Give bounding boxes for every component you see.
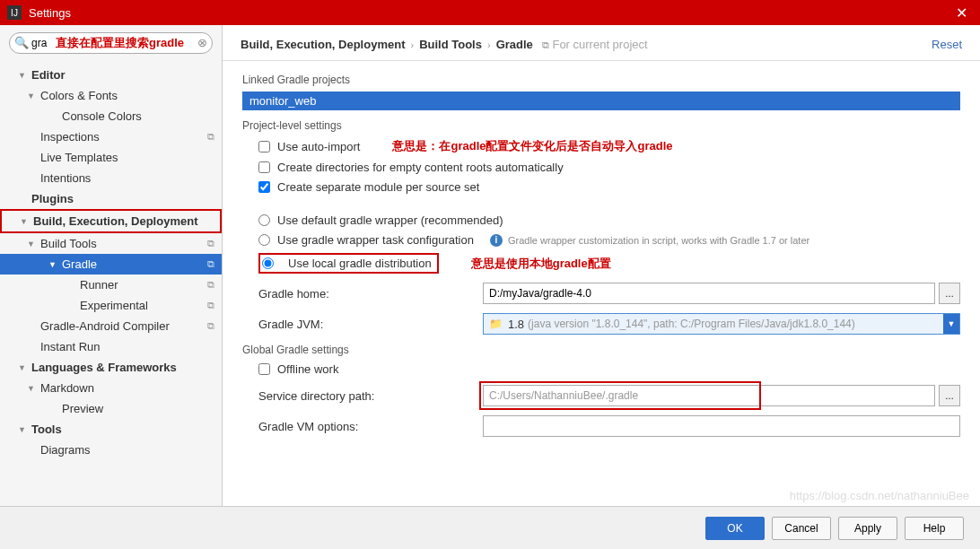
gradle-jvm-label: Gradle JVM: (242, 318, 483, 331)
ok-button[interactable]: OK (705, 517, 765, 540)
gradle-home-label: Gradle home: (242, 287, 483, 301)
chevron-down-icon: ▼ (27, 240, 38, 248)
default-wrapper-radio[interactable] (258, 214, 270, 226)
tree-tools[interactable]: ▼Tools (0, 419, 222, 440)
info-icon: i (490, 234, 503, 247)
gradle-jvm-select[interactable]: 📁 1.8 (java version "1.8.0_144", path: C… (483, 313, 960, 335)
annotation-auto-import: 意思是：在gradle配置文件变化后是否自动导入gradle (392, 138, 672, 154)
scope-hint: ⧉ For current project (542, 38, 648, 51)
chevron-down-icon: ▼ (27, 384, 38, 393)
tree-diagrams[interactable]: Diagrams (0, 440, 222, 460)
tree-editor[interactable]: ▼Editor (0, 65, 222, 85)
project-level-label: Project-level settings (242, 119, 960, 132)
tree-runner[interactable]: Runner⧉ (0, 274, 222, 295)
cancel-button[interactable]: Cancel (772, 517, 831, 540)
scope-icon: ⧉ (207, 320, 214, 332)
scope-icon: ⧉ (207, 131, 214, 143)
sidebar: 🔍 ⊗ 直接在配置里搜索gradle ▼Editor ▼Colors & Fon… (0, 25, 223, 506)
folder-icon: 📁 (489, 318, 503, 330)
chevron-down-icon: ▼ (48, 260, 59, 269)
chevron-down-icon: ▼ (27, 92, 38, 100)
breadcrumb-item[interactable]: Build, Execution, Deployment (241, 38, 405, 51)
tree-instant-run[interactable]: Instant Run (0, 336, 222, 357)
chevron-down-icon: ▼ (20, 217, 31, 226)
global-settings-label: Global Gradle settings (242, 344, 960, 356)
gradle-home-browse-button[interactable]: … (939, 283, 960, 304)
title-bar: IJ Settings ✕ (0, 0, 980, 25)
tree-build-tools[interactable]: ▼Build Tools⧉ (0, 233, 222, 254)
local-distribution-radio[interactable] (262, 257, 274, 269)
help-button[interactable]: Help (905, 517, 964, 540)
dialog-footer: OK Cancel Apply Help (0, 506, 980, 549)
service-path-input[interactable] (483, 385, 935, 406)
breadcrumb-item: Gradle (496, 38, 533, 51)
chevron-down-icon: ▼ (18, 425, 29, 434)
tree-build-execution-deployment[interactable]: ▼Build, Execution, Deployment (0, 209, 222, 233)
auto-import-checkbox[interactable] (258, 141, 270, 152)
linked-projects-label: Linked Gradle projects (242, 74, 960, 86)
tree-preview[interactable]: Preview (0, 398, 222, 419)
tree-markdown[interactable]: ▼Markdown (0, 378, 222, 398)
scope-icon: ⧉ (542, 39, 549, 50)
breadcrumb-item[interactable]: Build Tools (419, 38, 482, 51)
clear-search-icon[interactable]: ⊗ (197, 36, 207, 49)
tree-intentions[interactable]: Intentions (0, 168, 222, 188)
settings-tree: ▼Editor ▼Colors & Fonts Console Colors I… (0, 61, 222, 464)
local-distribution-highlight: Use local gradle distribution (258, 253, 439, 274)
window-title: Settings (29, 6, 950, 20)
linked-project-item[interactable]: monitor_web (242, 92, 960, 110)
tree-console-colors[interactable]: Console Colors (0, 106, 222, 126)
chevron-down-icon: ▼ (943, 314, 959, 334)
create-dirs-checkbox[interactable] (258, 161, 270, 173)
apply-button[interactable]: Apply (838, 517, 897, 540)
vm-options-label: Gradle VM options: (242, 420, 483, 433)
gradle-home-input[interactable] (483, 283, 935, 304)
tree-inspections[interactable]: Inspections⧉ (0, 126, 222, 147)
search-icon: 🔍 (14, 36, 29, 49)
app-logo-icon: IJ (7, 5, 22, 20)
vm-options-input[interactable] (483, 415, 960, 437)
scope-icon: ⧉ (207, 300, 214, 311)
tree-gradle-android[interactable]: Gradle-Android Compiler⧉ (0, 316, 222, 336)
chevron-down-icon: ▼ (18, 71, 29, 80)
close-icon[interactable]: ✕ (950, 4, 973, 22)
breadcrumb: Build, Execution, Deployment › Build Too… (241, 38, 648, 51)
task-wrapper-radio[interactable] (258, 234, 270, 246)
tree-colors-fonts[interactable]: ▼Colors & Fonts (0, 85, 222, 106)
tree-gradle[interactable]: ▼Gradle⧉ (0, 254, 222, 274)
chevron-down-icon: ▼ (18, 363, 29, 372)
scope-icon: ⧉ (207, 258, 214, 270)
annotation-local: 意思是使用本地gradle配置 (471, 256, 611, 272)
scope-icon: ⧉ (207, 238, 214, 249)
offline-work-checkbox[interactable] (258, 363, 270, 375)
tree-live-templates[interactable]: Live Templates (0, 147, 222, 168)
chevron-right-icon: › (487, 39, 491, 50)
chevron-right-icon: › (410, 39, 414, 50)
tree-languages-frameworks[interactable]: ▼Languages & Frameworks (0, 357, 222, 378)
auto-import-row: Use auto-import 意思是：在gradle配置文件变化后是否自动导入… (242, 138, 960, 154)
wrapper-info-text: Gradle wrapper customization in script, … (508, 235, 809, 246)
service-path-label: Service directory path: (242, 389, 483, 403)
create-module-checkbox[interactable] (258, 181, 270, 193)
search-input[interactable] (9, 32, 213, 54)
content-header: Build, Execution, Deployment › Build Too… (223, 25, 980, 61)
service-path-browse-button[interactable]: … (939, 385, 960, 406)
tree-experimental[interactable]: Experimental⧉ (0, 295, 222, 316)
reset-link[interactable]: Reset (932, 38, 962, 51)
tree-plugins[interactable]: Plugins (0, 188, 222, 209)
content-panel: Build, Execution, Deployment › Build Too… (223, 25, 980, 506)
scope-icon: ⧉ (207, 279, 214, 291)
